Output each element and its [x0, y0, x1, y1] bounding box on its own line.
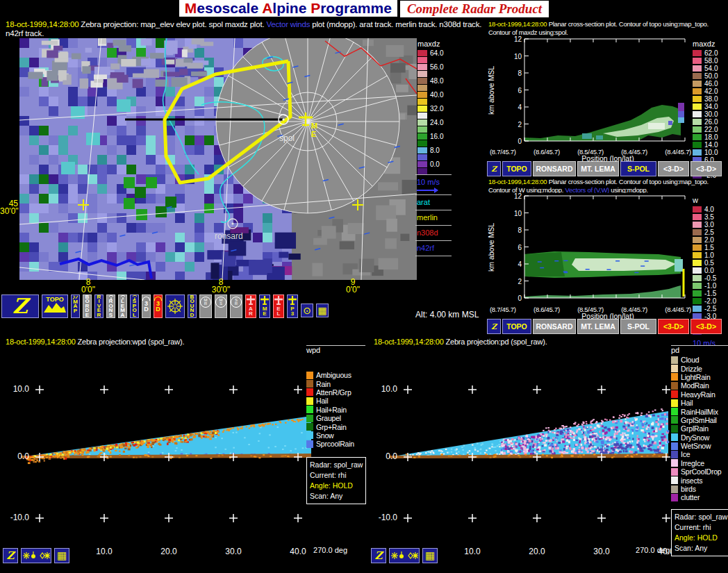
- colorbar-label: 0.5: [704, 259, 714, 267]
- toolbar-button-map[interactable]: M A P: [71, 294, 80, 318]
- xsec-button-mtlema[interactable]: MT. LEMA: [577, 161, 619, 176]
- bottom-xtick: 20.0: [523, 547, 551, 556]
- colorbar-label: 3.0: [704, 221, 714, 229]
- xsec-button-ronsard[interactable]: RONSARD: [533, 161, 576, 176]
- svg-text:8: 8: [518, 226, 522, 234]
- colorbar-label: 34.0: [704, 103, 718, 110]
- legend-swatch: [671, 408, 678, 415]
- legend-swatch: [306, 406, 313, 413]
- xsec-b-title: 18-oct-1999,14:28:00 Planar cross-sectio…: [488, 178, 709, 194]
- xsec-button-3d[interactable]: <3-D>: [658, 319, 689, 334]
- toolbar-vertical-label: M A P: [73, 300, 78, 313]
- legend-swatch: [306, 380, 313, 388]
- toolbar-button-grid[interactable]: ▦: [316, 304, 329, 317]
- xsec-b-ylabel: km above MSL: [487, 209, 495, 285]
- legend-label: WetSnow: [681, 442, 711, 450]
- xsec-button-ronsard[interactable]: RONSARD: [533, 319, 576, 334]
- toolbar-button-3d[interactable]: 3 D: [142, 294, 151, 318]
- colorbar-label: 46.0: [704, 80, 718, 88]
- map-title-text: Zebra projection: map_elev elev plot. sp…: [78, 20, 266, 28]
- toolbar-button-rivers[interactable]: R I V E R: [94, 294, 104, 318]
- xsec-xtick: (8.7/45.7): [490, 306, 516, 313]
- spol-label: spol: [279, 133, 295, 143]
- map-plot[interactable]: spolMEronsard: [19, 38, 417, 280]
- colorbar-row: -2.5: [693, 305, 716, 313]
- toolbar-button-sr[interactable]: S R: [230, 294, 242, 318]
- legend-label: Grp+Rain: [316, 423, 347, 431]
- particle-symbols-button[interactable]: [389, 548, 420, 563]
- xsec-button-3d[interactable]: <3-D>: [658, 161, 689, 176]
- toolbar-button-3d[interactable]: 3 D: [154, 294, 163, 318]
- colorbar-label: 14.0: [704, 141, 718, 149]
- toolbar-button-target[interactable]: ⊙: [301, 304, 313, 317]
- map-timestamp: 18-oct-1999,14:28:00: [6, 20, 78, 28]
- toolbar-button-z[interactable]: Z: [1, 294, 39, 318]
- colorbar-label: 50.0: [704, 72, 718, 80]
- xsec-button-3d[interactable]: <3-D>: [690, 319, 722, 334]
- toolbar-button-rons[interactable]: R O N S: [106, 294, 115, 318]
- legend-label: Hail+Rain: [316, 406, 347, 414]
- bottom-zebra-button[interactable]: Z: [371, 548, 386, 563]
- legend-swatch: [306, 415, 313, 422]
- colorbar-swatch: [693, 126, 702, 133]
- xsec-button-z[interactable]: Z: [487, 161, 501, 176]
- toolbar-button-lema[interactable]: L E M A: [118, 294, 127, 318]
- colorbar-row: -0.5: [693, 274, 716, 282]
- legend-label: GrplRain: [681, 424, 709, 433]
- colorbar-label: 26.0: [704, 118, 718, 126]
- app-window: Mesoscale Alpine ProgrammeComplete Radar…: [0, 0, 728, 573]
- map-xtick: 9 0'0": [332, 279, 374, 294]
- colorbar-row: 14.0: [693, 141, 718, 149]
- xsec-button-z[interactable]: Z: [487, 319, 501, 334]
- colorbar-swatch: [417, 85, 427, 91]
- wpd-legend: wpdAmbiguousRainAttenR/GrpHailHail+RainG…: [306, 345, 365, 449]
- toolbar-button-borders[interactable]: B O R D E: [83, 294, 92, 318]
- colorbar-row: 50.0: [693, 72, 718, 80]
- legend-entry: Rain: [306, 379, 365, 388]
- xsec-button-topo[interactable]: TOPO: [502, 319, 531, 334]
- circled-label: M R: [200, 297, 211, 308]
- aircraft-icon: [274, 295, 283, 306]
- toolbar-button-me[interactable]: M E: [259, 294, 270, 318]
- svg-text:6: 6: [518, 87, 522, 94]
- toolbar-button-p3[interactable]: P 3: [287, 294, 298, 318]
- aircraft-icon: [260, 295, 270, 306]
- colorbar-label: 18.0: [704, 133, 718, 141]
- toolbar-button-el[interactable]: E L: [273, 294, 284, 318]
- xsec-button-mtlema[interactable]: MT. LEMA: [577, 319, 619, 334]
- toolbar-button-ms[interactable]: M S: [215, 294, 227, 318]
- toolbar-button-mr[interactable]: M R: [199, 294, 212, 318]
- bottom-zebra-button[interactable]: Z: [3, 548, 18, 563]
- xsec-button-topo[interactable]: TOPO: [502, 161, 531, 176]
- toolbar-button-bounds[interactable]: B O U N D: [188, 294, 197, 318]
- bottom-ytick: 0.0: [368, 451, 397, 461]
- svg-text:M: M: [311, 122, 317, 130]
- altitude-readout: Alt: 4.00 km MSL: [415, 310, 479, 319]
- toolbar-button-ar[interactable]: A R: [245, 294, 256, 318]
- colorbar-label: 40.0: [430, 91, 443, 99]
- colorbar-label: -0.5: [704, 274, 716, 282]
- xsec-a-buttons: ZTOPORONSARDMT. LEMAS-POL<3-D><3-D>: [487, 161, 722, 176]
- colorbar-row: -1.0: [693, 282, 716, 290]
- bottom-ytick: 0.0: [0, 451, 29, 461]
- colorbar-row: 38.0: [693, 95, 718, 103]
- toolbar-button-spol[interactable]: S P O L: [130, 294, 139, 318]
- legend-entry: Snow: [306, 431, 365, 440]
- xsec-button-spol[interactable]: S-POL: [620, 319, 656, 334]
- legend-entry: Hail: [306, 397, 365, 405]
- xsec-b-plot[interactable]: 121086420: [499, 193, 688, 304]
- colorbar-row: [417, 57, 443, 63]
- xsec-a-plot[interactable]: 121086420: [499, 36, 688, 147]
- xsec-button-3d[interactable]: <3-D>: [690, 161, 722, 176]
- toolbar-button-topo[interactable]: TOPO: [42, 294, 68, 318]
- colorbar-row: 56.0: [417, 63, 443, 71]
- toolbar-button-compass[interactable]: [165, 294, 185, 318]
- grid-button[interactable]: ▦: [422, 548, 438, 563]
- colorbar-label: -2.5: [704, 305, 716, 313]
- svg-text:10: 10: [514, 53, 522, 60]
- toolbar-vertical-label: R I V E R: [97, 295, 101, 317]
- compass-rose-icon: [167, 298, 183, 315]
- xsec-button-spol[interactable]: S-POL: [620, 161, 656, 176]
- particle-symbols-button[interactable]: [21, 548, 51, 563]
- grid-button[interactable]: ▦: [54, 548, 69, 563]
